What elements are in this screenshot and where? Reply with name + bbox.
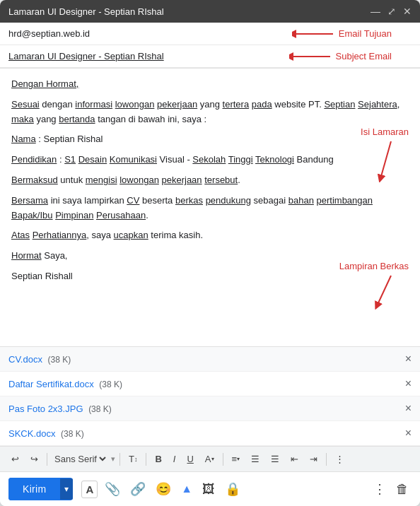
to-address[interactable]: hrd@septian.web.id: [8, 28, 90, 39]
email-header: hrd@septian.web.id Email Tujuan Lamaran …: [0, 23, 420, 69]
to-field-row: hrd@septian.web.id Email Tujuan: [0, 23, 420, 45]
attachments-section: CV.docx (38 K) × Daftar Sertifikat.docx …: [0, 346, 420, 446]
intro-text: Sesuai dengan informasi lowongan pekerja…: [11, 98, 409, 127]
insert-link-icon[interactable]: 🔗: [127, 478, 148, 500]
window-controls: — ⤢ ✕: [371, 6, 412, 17]
numbered-list-button[interactable]: ☰: [267, 451, 284, 467]
undo-button[interactable]: ↩: [7, 451, 23, 467]
bottom-action-bar: Kirim ▾ A 📎 🔗 😊 ▲ 🖼 🔒 ⋮ 🗑: [0, 471, 420, 506]
attachment-item-foto: Pas Foto 2x3.JPG (38 K) ×: [0, 396, 420, 421]
align-button[interactable]: ≡▾: [228, 451, 245, 467]
delete-draft-icon[interactable]: 🗑: [393, 479, 412, 500]
insert-drive-icon[interactable]: ▲: [178, 480, 195, 498]
format-text-icon[interactable]: A: [81, 481, 98, 498]
attachment-close-skck[interactable]: ×: [405, 427, 412, 440]
attachment-close-foto[interactable]: ×: [405, 402, 412, 415]
send-button-group: Kirim ▾: [8, 478, 73, 500]
redo-button[interactable]: ↪: [26, 451, 42, 467]
email-compose-window: Lamaran UI Designer - Septian RIshal — ⤢…: [0, 0, 420, 506]
svg-line-2: [380, 141, 391, 179]
isi-annotation-label: Isi Lamaran: [361, 125, 409, 140]
lampiran-annotation-label: Lampiran Berkas: [339, 259, 409, 274]
underline-button[interactable]: U: [182, 451, 197, 467]
thanks-text: Atas Perhatiannya, saya ucapkan terima k…: [11, 228, 409, 243]
window-title: Lamaran UI Designer - Septian RIshal: [8, 6, 164, 17]
toolbar-separator-3: [146, 453, 146, 466]
toolbar-separator-5: [326, 453, 327, 466]
insert-photo-icon[interactable]: 🖼: [199, 479, 218, 500]
lampiran-annotation-container: Lampiran Berkas: [339, 259, 409, 310]
toolbar-separator-4: [223, 453, 223, 466]
indent-increase-button[interactable]: ⇥: [305, 451, 322, 467]
attach-file-icon[interactable]: 📎: [102, 478, 123, 500]
bold-button[interactable]: B: [151, 451, 165, 467]
bottom-toolbar-icons: A 📎 🔗 😊 ▲ 🖼 🔒: [81, 478, 243, 500]
title-bar: Lamaran UI Designer - Septian RIshal — ⤢…: [0, 0, 420, 23]
indent-decrease-button[interactable]: ⇤: [286, 451, 303, 467]
attachment-close-sertifikat[interactable]: ×: [405, 377, 412, 390]
more-options-button[interactable]: ⋮: [331, 451, 349, 467]
greeting-text: Dengan Hormat,: [11, 77, 409, 92]
more-options-icon[interactable]: ⋮: [371, 478, 389, 500]
maximize-button[interactable]: ⤢: [387, 6, 396, 17]
isi-annotation-container: Isi Lamaran: [361, 125, 409, 182]
insert-signature-icon[interactable]: 🔒: [222, 478, 243, 500]
subject-field-row: Lamaran UI Designer - Septian RIshal Sub…: [0, 45, 420, 68]
bottom-right-icons: ⋮ 🗑: [371, 478, 412, 500]
toolbar-separator-1: [47, 453, 47, 466]
formatting-toolbar: ↩ ↪ Sans Serif ▾ T↕ B I U A▾ ≡▾ ☰ ☰ ⇤ ⇥ …: [0, 446, 420, 471]
name-text: Nama : Septian Rishal: [11, 132, 409, 147]
insert-emoji-icon[interactable]: 😊: [153, 478, 174, 500]
font-family-select[interactable]: Sans Serif: [52, 453, 108, 465]
email-body[interactable]: Dengan Hormat, Sesuai dengan informasi l…: [0, 69, 420, 346]
minimize-button[interactable]: —: [371, 6, 380, 17]
italic-button[interactable]: I: [169, 451, 180, 467]
font-dropdown-arrow: ▾: [111, 454, 115, 464]
text-format-button[interactable]: T↕: [124, 451, 141, 467]
font-color-button[interactable]: A▾: [201, 451, 218, 467]
attachment-item-sertifikat: Daftar Sertifikat.docx (38 K) ×: [0, 372, 420, 396]
to-annotation: Email Tujuan: [292, 28, 392, 40]
bullets-button[interactable]: ☰: [247, 451, 264, 467]
send-dropdown-button[interactable]: ▾: [60, 478, 73, 500]
attachment-close-cv[interactable]: ×: [405, 353, 412, 365]
subject-value[interactable]: Lamaran UI Designer - Septian RIshal: [8, 51, 164, 61]
attachment-item-cv: CV.docx (38 K) ×: [0, 347, 420, 372]
svg-line-3: [377, 276, 391, 306]
toolbar-separator-2: [119, 453, 120, 466]
cv-text: Bersama ini saya lampirkan CV beserta be…: [11, 194, 409, 223]
close-button[interactable]: ✕: [403, 6, 412, 17]
subject-annotation: Subject Email: [289, 50, 392, 63]
intent-text: Bermaksud untuk mengisi lowongan pekerja…: [11, 173, 409, 188]
education-text: Pendidikan : S1 Desain Komunikasi Visual…: [11, 153, 409, 167]
send-button[interactable]: Kirim: [8, 478, 60, 500]
attachment-item-skck: SKCK.docx (38 K) ×: [0, 421, 420, 446]
